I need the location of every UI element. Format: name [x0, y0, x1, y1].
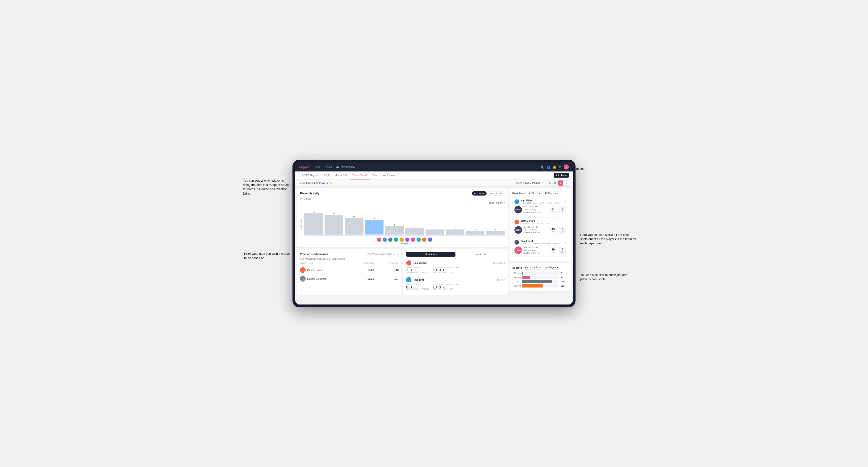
- sub-nav: PGAT Players PGA Hcaps 1-5 Team Clippd T…: [295, 172, 573, 180]
- shot-avatar-mcharg: [515, 220, 519, 224]
- bar-crossman[interactable]: 2: [466, 229, 485, 235]
- sub-nav-pga[interactable]: PGA: [321, 172, 332, 180]
- view-icons: ⊞ ▦ ♥ ≡: [547, 181, 569, 186]
- edit-icon[interactable]: ✏️: [329, 181, 333, 184]
- practice-row-crossman[interactable]: 2 Edward Crossman 18/20 107: [300, 275, 399, 283]
- col-player-name: PLAYER NAME: [300, 262, 349, 264]
- shot-row-ford[interactable]: David Ford 24 Aug 2023 · Royal North Dev…: [512, 238, 568, 257]
- activity-avatar-britt: [406, 277, 411, 282]
- bar-britt[interactable]: 12: [324, 213, 343, 235]
- add-icon[interactable]: ⊕: [559, 165, 561, 169]
- total-rounds-label: Total Rounds: [489, 201, 503, 204]
- sub-nav-hcaps[interactable]: Hcaps 1-5: [332, 172, 349, 180]
- bar-ford[interactable]: 10: [345, 216, 364, 235]
- tablet-screen: clippd Home Teams My Performance 🔍 👥 🔔 ⊕…: [295, 162, 573, 305]
- activity-player-britt: Rees Britt 02 Sep 2023 Total Rounds: [406, 275, 505, 292]
- bar-billingham[interactable]: 4: [405, 226, 424, 235]
- avatar-ebert: E: [400, 238, 404, 242]
- shot-chevron-ford[interactable]: ›: [565, 241, 566, 244]
- add-team-button[interactable]: Add Team: [554, 173, 569, 178]
- activity-date-britt: 02 Sep 2023: [493, 279, 505, 281]
- practice-values-mcharg: 0 0 0 1: [433, 269, 460, 272]
- shot-row-mcharg[interactable]: Blair McHarg 23 Jul 2023 · Ashridge GC, …: [512, 217, 568, 236]
- total-rounds-dropdown-icon[interactable]: ▾: [503, 201, 505, 204]
- practice-val-mcharg: 6: [410, 269, 412, 272]
- most-active-tab[interactable]: Most Active: [406, 252, 456, 257]
- activity-avatar-mcharg: [406, 260, 411, 266]
- practice-val-britt: 4: [410, 285, 412, 288]
- par-dropdown[interactable]: Par 3, 4 & 5s ▾: [523, 266, 542, 270]
- bar-miller[interactable]: 3: [445, 227, 464, 235]
- scoring-pars: Pars 499: [512, 280, 568, 283]
- activity-header-mcharg: Blair McHarg 26 Aug 2023: [406, 260, 505, 266]
- shot-name-mcharg: Blair McHarg: [521, 220, 563, 222]
- shot-location-mcharg: 23 Jul 2023 · Ashridge GC, Hole 15: [521, 222, 563, 224]
- shot-name-miller: Matt Miller: [521, 199, 563, 202]
- show-label: Show:: [516, 182, 522, 184]
- team-header: Team Clippd | 14 Players ✏️ Show: Last 3…: [295, 180, 573, 187]
- col-pb-score: PB SCORE: [349, 262, 374, 264]
- total-rounds-row: Total Rounds ▾: [300, 201, 505, 204]
- team-name: Team Clippd | 14 Players: [299, 182, 328, 184]
- bar-chart: 13 12 10: [304, 205, 505, 236]
- least-active-tab[interactable]: Least Active: [456, 252, 505, 257]
- scoring-birdies: Birdies 96: [512, 276, 568, 279]
- avatar-butler: R: [411, 238, 415, 242]
- best-shots-title: Best Shots: [512, 192, 526, 195]
- practice-row-butler[interactable]: 🥇 Richard Butler 19/20 110: [300, 266, 399, 275]
- activity-stats-mcharg: Total Rounds 7 6 Tournament: [406, 267, 505, 273]
- eagles-bar-wrap: [522, 272, 559, 275]
- sub-nav-team-clippd[interactable]: Team Clippd: [349, 172, 370, 180]
- shot-info-miller: Matt Miller 09 Jun 2023 · Royal North De…: [521, 199, 563, 204]
- list-view-btn[interactable]: ≡: [564, 181, 569, 186]
- pars-bar-wrap: [522, 280, 559, 283]
- pars-bar: [522, 280, 552, 283]
- shot-metric1-ford: 16 yds: [549, 247, 557, 254]
- activity-stats-britt: Total Rounds 8 4 Tournament: [406, 283, 505, 290]
- all-players-dropdown[interactable]: All Players ▾: [543, 191, 559, 195]
- users-icon[interactable]: 👥: [547, 165, 550, 169]
- scoring-all-players-dropdown[interactable]: All Players ▾: [544, 266, 560, 270]
- right-panel: Best Shots All Shots ▾ All Players ▾: [509, 188, 571, 303]
- search-icon[interactable]: 🔍: [540, 165, 544, 169]
- shot-location-ford: 24 Aug 2023 · Royal North Devon GC, Hole…: [521, 243, 563, 245]
- shot-metric2-ford: 0 yds: [559, 247, 566, 254]
- bogeys-label: Bogeys: [512, 285, 521, 287]
- bar-coles[interactable]: 9: [365, 218, 384, 235]
- card-view-btn[interactable]: ▦: [552, 181, 558, 186]
- nav-my-performance[interactable]: My Performance: [336, 165, 355, 168]
- shot-location-miller: 09 Jun 2023 · Royal North Devon GC, Hole…: [521, 202, 563, 204]
- shot-chevron-miller[interactable]: ›: [565, 200, 566, 203]
- show-dropdown[interactable]: Last 3 months Last month Last 6 months L…: [523, 181, 545, 185]
- shot-row-miller[interactable]: Matt Miller 09 Jun 2023 · Royal North De…: [512, 197, 568, 216]
- rounds-values-mcharg: 7 6: [406, 269, 429, 272]
- rounds-sublabel-mcharg: Tournament Practice: [406, 272, 429, 273]
- shot-chevron-mcharg[interactable]: ›: [565, 220, 566, 224]
- all-shots-dropdown[interactable]: All Shots ▾: [527, 191, 541, 195]
- avatar-mcharg: B: [377, 238, 381, 242]
- arg-val: 0: [439, 269, 441, 272]
- bar-butler[interactable]: 3: [426, 227, 444, 235]
- bar-robertson[interactable]: 2: [486, 229, 505, 235]
- practice-label-mcharg: Total Practice Activities: [433, 267, 460, 269]
- bogeys-bar: [522, 284, 543, 287]
- user-avatar[interactable]: U: [564, 164, 569, 169]
- nav-home[interactable]: Home: [313, 165, 320, 168]
- avatar-coles: J: [394, 238, 398, 242]
- sub-nav-pgat[interactable]: PGAT Players: [299, 172, 321, 180]
- on-course-tab[interactable]: On Course: [472, 191, 487, 195]
- shot-player-miller: Matt Miller 09 Jun 2023 · Royal North De…: [515, 199, 566, 204]
- grid-view-btn[interactable]: ⊞: [547, 181, 552, 186]
- avatar-crossman: E: [422, 238, 427, 242]
- shot-info-details-ford: Shot Dist: 16 yds Start Lie: Rough End L…: [523, 246, 548, 254]
- sub-nav-tour[interactable]: Tour: [370, 172, 380, 180]
- sub-nav-all-players[interactable]: All Players: [380, 172, 398, 180]
- heart-view-btn[interactable]: ♥: [558, 181, 563, 186]
- practice-dropdown[interactable]: PUTT Must Make Putting ...: [367, 252, 399, 256]
- scoring-card: Scoring Par 3, 4 & 5s ▾ All Players ▾: [509, 263, 571, 291]
- bell-icon[interactable]: 🔔: [553, 165, 556, 169]
- bar-ebert[interactable]: 5: [385, 224, 404, 235]
- bar-mcHarg[interactable]: 13: [304, 211, 323, 235]
- nav-teams[interactable]: Teams: [324, 165, 332, 168]
- practice-drills-tab[interactable]: Practice Drills: [488, 191, 505, 195]
